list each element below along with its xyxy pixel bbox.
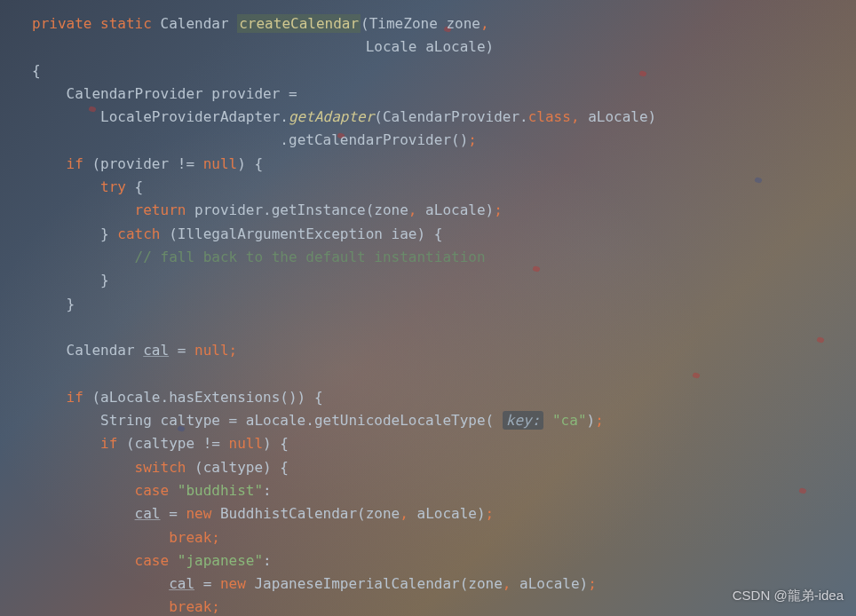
colon: : [263,482,272,499]
code-line: break; [32,598,220,615]
code-line: if (aLocale.hasExtensions()) { [32,389,323,406]
brace-close: } [67,296,75,312]
arg: aLocale) [511,575,588,592]
expr: String caltype = aLocale.getUnicodeLocal… [100,412,503,429]
method-name: createCalendar [237,14,361,33]
keyword-null: null [194,342,229,359]
code-line: if (caltype != null) { [32,435,289,452]
arg: aLocale) [580,108,657,125]
code-line: private static Calendar createCalendar(T… [32,14,489,33]
semicolon: ; [211,529,220,546]
keyword-if: if [67,389,83,406]
keyword-case: case [135,552,170,569]
code-line: // fall back to the default instantiatio… [32,249,486,265]
variable: cal [169,575,194,592]
keyword-if: if [100,435,117,452]
code-line: switch (caltype) { [32,459,289,476]
assign: = [161,505,186,522]
ctor: JapaneseImperialCalendar(zone [246,575,503,592]
param-hint: key: [503,411,544,430]
arg: aLocale) [408,505,486,522]
code-line: case "japanese": [32,552,272,569]
keyword-break: break [169,598,211,615]
static-method: getAdapter [289,108,374,125]
keyword-switch: switch [135,459,186,476]
string-literal: "japanese" [178,552,263,569]
keyword-case: case [135,482,170,499]
semicolon: ; [211,598,220,615]
code-line: Calendar cal = null; [32,342,237,359]
return-type: Calendar [161,15,229,32]
declaration: CalendarProvider provider = [67,85,297,102]
type: Calendar [67,342,144,359]
code-line: } [32,296,75,312]
keyword-new: new [186,505,211,522]
keyword-private: private [32,15,91,32]
comment: // fall back to the default instantiatio… [135,249,486,265]
keyword-break: break [169,529,211,546]
code-line: case "buddhist": [32,482,272,499]
code-line: String caltype = aLocale.getUnicodeLocal… [32,411,604,430]
comma: , [571,108,580,125]
keyword-null: null [203,155,238,172]
cond: (aLocale.hasExtensions()) { [83,389,323,406]
comma: , [400,505,408,522]
colon: : [263,552,272,569]
code-line: CalendarProvider provider = [32,85,297,102]
brace-close: } [100,225,117,242]
cond-close: ) { [263,435,289,452]
paren-close: ) [486,38,495,55]
code-line: if (provider != null) { [32,155,263,172]
code-line: cal = new JapaneseImperialCalendar(zone,… [32,575,597,592]
class-keyword: class [528,108,571,125]
semicolon: ; [468,131,477,148]
assign: = [169,342,194,359]
keyword-static: static [100,15,152,32]
param-name: zone [446,15,480,32]
cond: (caltype) { [186,459,289,476]
keyword-if: if [67,155,83,172]
ctor: BuddhistCalendar(zone [211,505,400,522]
semicolon: ; [486,505,495,522]
param-type: TimeZone [369,15,438,32]
arg: aLocale) [416,201,494,218]
code-block: private static Calendar createCalendar(T… [0,0,856,616]
string-literal: "buddhist" [178,482,263,499]
keyword-new: new [220,575,246,592]
string-literal: "ca" [552,412,587,429]
catch-clause: (IllegalArgumentException iae) { [161,225,443,242]
keyword-catch: catch [117,225,160,242]
chain-call: .getCalendarProvider() [280,131,468,148]
close: ) [587,412,596,429]
code-line: cal = new BuddhistCalendar(zone, aLocale… [32,505,494,522]
semicolon: ; [588,575,597,592]
code-line: } catch (IllegalArgumentException iae) { [32,225,442,242]
code-line: break; [32,529,220,546]
brace: { [126,178,143,195]
code-line: { [32,62,41,79]
semicolon: ; [494,201,503,218]
brace-close: } [100,272,109,288]
keyword-null: null [229,435,264,452]
code-line: } [32,272,109,288]
code-line: Locale aLocale) [32,38,494,55]
keyword-try: try [100,178,126,195]
cond-open: (caltype != [117,435,228,452]
comma: , [480,15,489,32]
semicolon: ; [229,342,238,359]
param-type: Locale [366,38,417,55]
param-name: aLocale [425,38,485,55]
cond-open: (provider != [83,155,203,172]
code-line: .getCalendarProvider(); [32,131,477,148]
cond-close: ) { [237,155,263,172]
watermark-text: CSDN @龍弟-idea [733,584,844,607]
code-line: LocaleProviderAdapter.getAdapter(Calenda… [32,108,656,125]
code-line: return provider.getInstance(zone, aLocal… [32,201,503,218]
args: (CalendarProvider. [374,108,527,125]
semicolon: ; [595,412,604,429]
assign: = [194,575,220,592]
expr: provider.getInstance(zone [186,201,408,218]
code-line: try { [32,178,143,195]
expr: LocaleProviderAdapter. [100,108,289,125]
variable: cal [143,342,169,359]
